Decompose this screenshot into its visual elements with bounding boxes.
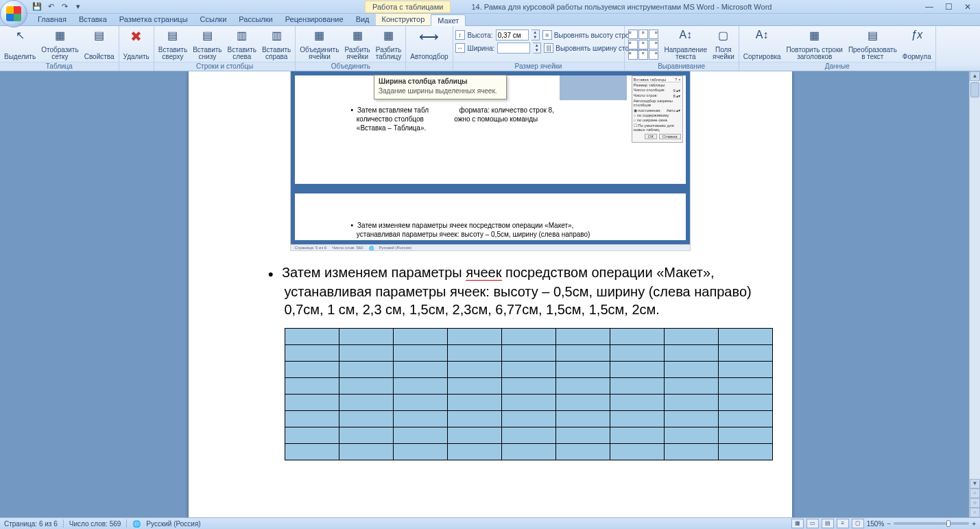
split-cells-button[interactable]: ▦Разбить ячейки <box>342 27 372 62</box>
tab-mailings[interactable]: Рассылки <box>232 14 278 25</box>
scroll-up-button[interactable]: ▲ <box>970 71 980 81</box>
table-cell[interactable] <box>501 427 555 444</box>
vertical-scrollbar[interactable]: ▲ ▼ ◦ ○ ◦ <box>969 71 980 517</box>
table-cell[interactable] <box>447 427 501 444</box>
align-ml[interactable]: ≡ <box>628 40 638 49</box>
table-cell[interactable] <box>501 345 555 362</box>
tab-references[interactable]: Ссылки <box>194 14 233 25</box>
maximize-button[interactable]: ☐ <box>943 1 954 12</box>
table-cell[interactable] <box>447 411 501 427</box>
proofing-icon[interactable]: 🌐 <box>132 520 141 528</box>
table-cell[interactable] <box>285 411 339 427</box>
view-draft[interactable]: ▢ <box>852 519 864 528</box>
table-cell[interactable] <box>339 378 393 395</box>
tab-review[interactable]: Рецензирование <box>279 14 350 25</box>
table-cell[interactable] <box>447 378 501 395</box>
width-spinner[interactable]: ▲▼ <box>533 43 541 54</box>
table-cell[interactable] <box>664 345 718 362</box>
scroll-down-button[interactable]: ▼ <box>970 479 980 489</box>
view-outline[interactable]: ≡ <box>837 519 849 528</box>
table-cell[interactable] <box>610 345 664 362</box>
close-button[interactable]: ✕ <box>962 1 973 12</box>
qat-dropdown-icon[interactable]: ▾ <box>73 1 84 12</box>
table-cell[interactable] <box>285 362 339 378</box>
table-cell[interactable] <box>447 345 501 362</box>
table-cell[interactable] <box>393 329 447 345</box>
table-cell[interactable] <box>339 444 393 460</box>
minimize-button[interactable]: — <box>924 1 935 12</box>
zoom-out-button[interactable]: − <box>887 520 891 528</box>
table-cell[interactable] <box>664 444 718 460</box>
align-tl[interactable]: ≡ <box>628 30 638 39</box>
align-tc[interactable]: ≡ <box>638 30 648 39</box>
table-cell[interactable] <box>393 345 447 362</box>
status-page[interactable]: Страница: 6 из 6 <box>4 520 58 528</box>
table-cell[interactable] <box>555 329 610 345</box>
table-cell[interactable] <box>664 329 718 345</box>
table-cell[interactable] <box>501 444 555 460</box>
distribute-rows-button[interactable]: ≡Выровнять высоту строк <box>542 30 632 40</box>
table-cell[interactable] <box>447 329 501 345</box>
table-cell[interactable] <box>285 378 339 395</box>
table-cell[interactable] <box>393 378 447 395</box>
redo-icon[interactable]: ↷ <box>59 1 70 12</box>
table-cell[interactable] <box>501 329 555 345</box>
view-full-screen[interactable]: ▭ <box>806 519 819 528</box>
table-cell[interactable] <box>285 329 339 345</box>
table-cell[interactable] <box>447 362 501 378</box>
table-cell[interactable] <box>339 362 393 378</box>
insert-above-button[interactable]: ▤Вставить сверху <box>156 27 189 62</box>
tab-insert[interactable]: Вставка <box>73 14 113 25</box>
table-cell[interactable] <box>718 362 772 378</box>
table-cell[interactable] <box>718 444 772 460</box>
table-cell[interactable] <box>610 411 664 427</box>
status-lang[interactable]: Русский (Россия) <box>146 520 200 528</box>
save-icon[interactable]: 💾 <box>32 1 43 12</box>
table-cell[interactable] <box>555 362 610 378</box>
view-web[interactable]: ▤ <box>822 519 834 528</box>
align-tr[interactable]: ≡ <box>649 30 658 39</box>
table-cell[interactable] <box>393 427 447 444</box>
scroll-thumb[interactable] <box>970 82 979 97</box>
view-print-layout[interactable]: ▦ <box>791 519 804 528</box>
table-cell[interactable] <box>501 411 555 427</box>
delete-button[interactable]: ✖Удалить <box>121 27 152 62</box>
insert-below-button[interactable]: ▤Вставить снизу <box>191 27 224 62</box>
tab-layout[interactable]: Макет <box>431 14 466 26</box>
properties-button[interactable]: ▤Свойства <box>82 27 117 62</box>
table-cell[interactable] <box>339 329 393 345</box>
width-input[interactable] <box>497 43 530 54</box>
autofit-button[interactable]: ⟷Автоподбор <box>408 27 450 62</box>
table-cell[interactable] <box>501 362 555 378</box>
insert-right-button[interactable]: ▥Вставить справа <box>260 27 293 62</box>
cell-margins-button[interactable]: ▢Поля ячейки <box>710 27 737 62</box>
table-cell[interactable] <box>339 345 393 362</box>
insert-left-button[interactable]: ▥Вставить слева <box>226 27 259 62</box>
table-cell[interactable] <box>555 345 610 362</box>
convert-to-text-button[interactable]: ▤Преобразовать в текст <box>846 27 899 62</box>
status-words[interactable]: Число слов: 569 <box>69 520 121 528</box>
formula-button[interactable]: ƒxФормула <box>900 27 933 62</box>
tab-page-layout[interactable]: Разметка страницы <box>113 14 194 25</box>
table-cell[interactable] <box>664 378 718 395</box>
table-cell[interactable] <box>718 329 772 345</box>
table-cell[interactable] <box>393 395 447 411</box>
table-cell[interactable] <box>610 427 664 444</box>
table-cell[interactable] <box>555 378 610 395</box>
table-cell[interactable] <box>610 378 664 395</box>
select-button[interactable]: ↖Выделить <box>2 27 38 62</box>
table-cell[interactable] <box>501 378 555 395</box>
next-page-button[interactable]: ◦ <box>970 508 980 517</box>
table-cell[interactable] <box>447 395 501 411</box>
table-cell[interactable] <box>555 444 610 460</box>
zoom-in-button[interactable]: + <box>972 520 976 528</box>
view-gridlines-button[interactable]: ▦Отобразить сетку <box>39 27 81 62</box>
zoom-level[interactable]: 150% <box>867 520 885 528</box>
table-cell[interactable] <box>339 427 393 444</box>
split-table-button[interactable]: ▦Разбить таблицу <box>374 27 403 62</box>
height-spinner[interactable]: ▲▼ <box>531 30 540 40</box>
table-cell[interactable] <box>393 362 447 378</box>
table-cell[interactable] <box>610 395 664 411</box>
table-cell[interactable] <box>501 395 555 411</box>
body-text[interactable]: ●Затем изменяем параметры ячеек посредст… <box>189 251 792 325</box>
